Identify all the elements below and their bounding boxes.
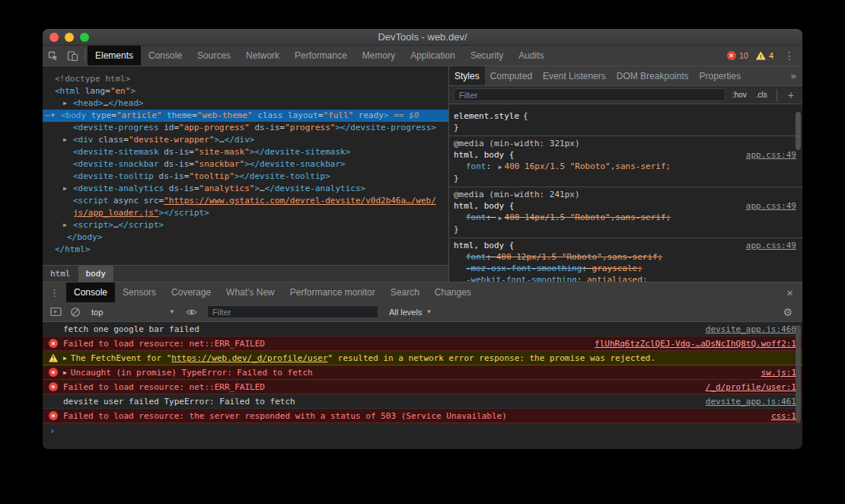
tab-elements[interactable]: Elements — [88, 46, 141, 65]
close-drawer-icon[interactable]: × — [777, 282, 802, 302]
dom-tree-node[interactable]: <script async src="https://www.gstatic.c… — [43, 195, 448, 207]
tab-changes[interactable]: Changes — [427, 282, 479, 302]
tab-dom-breakpoints[interactable]: DOM Breakpoints — [611, 66, 694, 85]
rule-selector[interactable]: html, body { — [454, 149, 514, 161]
inspect-element-icon[interactable] — [43, 46, 62, 65]
dom-tree-node[interactable]: <devsite-sitemask ds-is="site-mask"></de… — [43, 146, 448, 158]
device-toolbar-icon[interactable] — [62, 46, 82, 65]
tab-security[interactable]: Security — [463, 46, 511, 65]
scrollbar-thumb[interactable] — [796, 112, 801, 150]
tab-coverage[interactable]: Coverage — [164, 282, 218, 302]
dom-tree-node[interactable]: </html> — [43, 244, 448, 256]
node-menu-icon[interactable]: ⋯ — [45, 110, 50, 122]
tab-computed[interactable]: Computed — [485, 66, 537, 85]
tab-sensors[interactable]: Sensors — [115, 282, 164, 302]
live-expression-eye-icon[interactable] — [181, 308, 201, 317]
dom-tree-node[interactable]: <devsite-progress id="app-progress" ds-i… — [43, 122, 448, 134]
warning-count-badge[interactable]: ! 4 — [756, 51, 773, 60]
source-link[interactable]: flUhRq6tzZclQEJ-Vdg-…aDsNcIhQ8tQ.woff2:1 — [585, 339, 796, 349]
css-property[interactable]: font: ▶400 16px/1.5 "Roboto",sans-serif; — [454, 161, 796, 173]
tab-what-s-new[interactable]: What's New — [218, 282, 282, 302]
log-levels-select[interactable]: All levels ▼ — [389, 308, 432, 317]
clear-console-icon[interactable] — [65, 307, 85, 317]
css-property[interactable]: font: 400 12px/1.5 "Roboto",sans-serif; — [454, 251, 796, 263]
console-prompt[interactable]: › — [43, 423, 802, 438]
stylesheet-link[interactable]: app.css:49 — [740, 240, 796, 251]
stylesheet-link[interactable]: app.css:49 — [740, 149, 796, 161]
dom-tree-node[interactable]: <devsite-tooltip ds-is="tooltip"></devsi… — [43, 171, 448, 183]
console-message-error[interactable]: ×Failed to load resource: net::ERR_FAILE… — [43, 380, 802, 394]
dom-tree-node[interactable]: ▶<devsite-analytics ds-is="analytics">…<… — [43, 183, 448, 195]
expand-arrow-icon[interactable]: ▶ — [63, 355, 67, 362]
source-link[interactable]: devsite_app.js:461 — [697, 397, 796, 407]
dom-tree-node[interactable]: ▶<script>…</script> — [43, 219, 448, 231]
source-link[interactable]: /_d/profile/user:1 — [697, 382, 796, 392]
tab-performance-monitor[interactable]: Performance monitor — [282, 282, 383, 302]
dom-tree-node[interactable]: <devsite-snackbar ds-is="snackbar"></dev… — [43, 158, 448, 171]
tab-event-listeners[interactable]: Event Listeners — [537, 66, 611, 85]
tab-console[interactable]: Console — [141, 46, 190, 65]
tab-console[interactable]: Console — [66, 282, 115, 302]
expand-arrow-icon[interactable]: ▶ — [63, 219, 67, 231]
tab-application[interactable]: Application — [403, 46, 463, 65]
tab-sources[interactable]: Sources — [190, 46, 238, 65]
dom-tree-node[interactable]: js/app_loader.js"></script> — [43, 207, 448, 219]
console-message-error[interactable]: ×Failed to load resource: net::ERR_FAILE… — [43, 337, 802, 351]
breadcrumb-body[interactable]: body — [78, 266, 114, 282]
tab-network[interactable]: Network — [238, 46, 287, 65]
more-options-icon[interactable]: ⋮ — [781, 49, 798, 62]
expand-arrow-icon[interactable]: ▶ — [63, 183, 67, 195]
element-style-selector[interactable]: element.style — [454, 110, 519, 122]
source-link[interactable]: css:1 — [762, 411, 796, 421]
expand-arrow-icon[interactable]: ▶ — [63, 369, 67, 376]
rule-selector[interactable]: html, body { — [454, 200, 514, 212]
source-link[interactable]: devsite_app.js:460 — [697, 324, 796, 334]
rule-selector[interactable]: html, body { — [454, 240, 514, 251]
source-link[interactable]: sw.js:1 — [752, 368, 796, 378]
breadcrumb-html[interactable]: html — [43, 266, 78, 282]
console-message-error[interactable]: ×▶Uncaught (in promise) TypeError: Faile… — [43, 365, 802, 380]
more-tabs-icon[interactable]: » — [785, 66, 802, 85]
styles-scrollbar[interactable] — [795, 88, 802, 280]
css-property[interactable]: -webkit-font-smoothing: antialiased; — [454, 274, 796, 282]
dom-tree-node[interactable]: <!doctype html> — [43, 73, 448, 85]
tab-performance[interactable]: Performance — [287, 46, 355, 65]
tab-audits[interactable]: Audits — [511, 46, 551, 65]
execution-context-select[interactable]: top ▼ — [87, 308, 180, 317]
dom-tree-node[interactable]: ▶<head>…</head> — [43, 97, 448, 110]
tab-memory[interactable]: Memory — [355, 46, 403, 65]
console-message-log[interactable]: fetch one google bar faileddevsite_app.j… — [43, 322, 802, 337]
tab-styles[interactable]: Styles — [449, 66, 485, 85]
expand-arrow-icon[interactable]: ▼ — [51, 110, 55, 122]
console-settings-gear-icon[interactable]: ⚙ — [776, 306, 799, 318]
expand-arrow-icon[interactable]: ▶ — [63, 97, 67, 110]
toggle-pseudo-button[interactable]: :hov — [730, 90, 749, 100]
expand-arrow-icon[interactable]: ▶ — [63, 134, 67, 146]
console-sidebar-icon[interactable] — [46, 307, 65, 317]
tab-properties[interactable]: Properties — [694, 66, 746, 85]
styles-filter-input[interactable] — [454, 88, 725, 101]
scrollbar-thumb[interactable] — [796, 325, 801, 423]
dom-tree-node[interactable]: ⋯▼<body type="article" theme="web-theme"… — [43, 110, 448, 122]
minimize-window-button[interactable] — [65, 33, 74, 42]
dom-tree-node[interactable]: <html lang="en"> — [43, 85, 448, 97]
expand-arrow-icon[interactable]: ▶ — [499, 164, 502, 171]
dom-tree-node[interactable]: ▶<div class="devsite-wrapper">…</div> — [43, 134, 448, 146]
message-url-link[interactable]: https://web.dev/_d/profile/user — [171, 353, 327, 363]
expand-arrow-icon[interactable]: ▶ — [499, 215, 502, 222]
drawer-menu-icon[interactable]: ⋮ — [43, 282, 66, 302]
console-message-error[interactable]: ×Failed to load resource: the server res… — [43, 409, 802, 423]
css-property[interactable]: font: ▶400 14px/1.5 "Roboto",sans-serif; — [454, 212, 796, 224]
console-filter-input[interactable] — [207, 305, 378, 318]
toggle-class-button[interactable]: .cls — [754, 90, 770, 100]
tab-search[interactable]: Search — [383, 282, 427, 302]
zoom-window-button[interactable] — [80, 33, 89, 42]
close-window-button[interactable] — [49, 33, 59, 42]
css-property[interactable]: -moz-osx-font-smoothing: grayscale; — [454, 263, 796, 274]
console-scrollbar[interactable] — [795, 324, 802, 448]
error-count-badge[interactable]: × 10 — [727, 51, 748, 60]
console-message-warning[interactable]: !▶The FetchEvent for "https://web.dev/_d… — [43, 351, 802, 365]
console-message-log[interactable]: devsite user failed TypeError: Failed to… — [43, 394, 802, 409]
stylesheet-link[interactable]: app.css:49 — [740, 200, 796, 212]
dom-tree-node[interactable]: </body> — [43, 231, 448, 244]
